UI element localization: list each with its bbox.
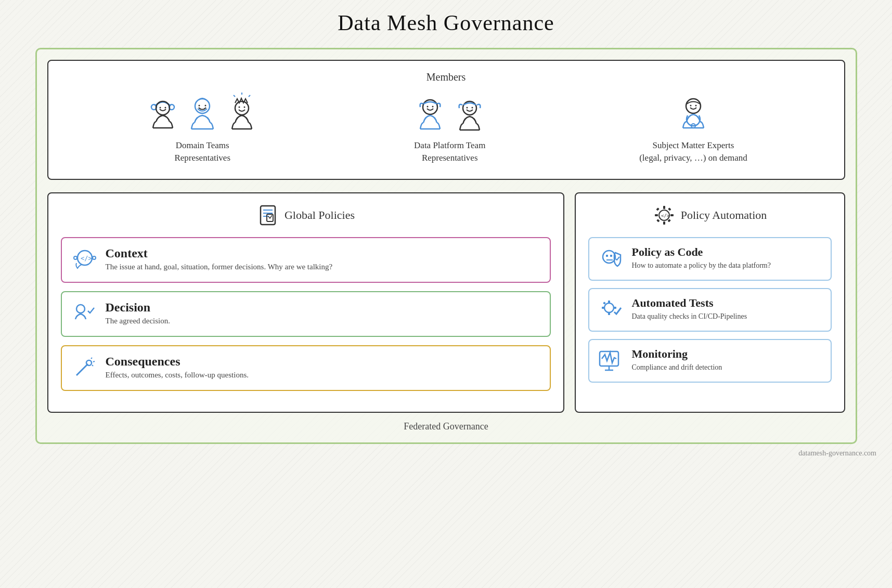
svg-point-15 [244,107,245,108]
svg-point-2 [156,101,170,115]
svg-rect-49 [655,214,658,216]
svg-point-25 [686,99,701,113]
svg-rect-62 [602,307,604,309]
svg-point-39 [76,305,85,313]
svg-point-3 [160,107,161,109]
members-label: Members [69,71,823,83]
monitoring-title: Monitoring [632,347,722,361]
global-policies-box: Global Policies </> Context The issue at… [47,192,564,413]
decision-icon [71,300,98,328]
context-card-content: Context The issue at hand, goal, situati… [106,246,333,271]
automated-tests-card: Automated Tests Data quality checks in C… [588,288,832,332]
automated-tests-title: Automated Tests [632,296,747,310]
domain-team-icons [145,92,260,133]
policy-as-code-content: Policy as Code How to automate a policy … [632,245,771,271]
bottom-section: Global Policies </> Context The issue at… [47,192,845,413]
person-icon-spiky [224,92,260,133]
svg-point-41 [86,360,92,365]
member-group-platform: Data Platform Team Representatives [412,92,488,164]
svg-rect-51 [656,207,659,211]
policy-automation-title: Policy Automation [681,208,767,222]
global-policies-icon [256,204,279,227]
svg-line-40 [76,364,88,375]
policy-as-code-icon [598,245,625,272]
platform-team-label: Data Platform Team Representatives [414,139,485,164]
automated-tests-icon [598,296,625,323]
svg-rect-52 [667,219,670,222]
svg-rect-61 [608,312,610,315]
svg-text:</>: </> [81,255,92,262]
page-title: Data Mesh Governance [338,10,554,35]
monitoring-desc: Compliance and drift detection [632,362,722,373]
svg-line-43 [93,361,95,362]
svg-rect-57 [610,255,612,257]
platform-team-icons [412,92,488,133]
policy-automation-box: </> Policy Automation [575,192,845,413]
outer-frame: Members [35,48,857,444]
person-icon-pigtails1 [412,92,448,133]
svg-point-38 [93,256,96,259]
federated-governance-label: Federated Governance [47,421,845,432]
svg-rect-47 [663,206,665,209]
svg-rect-60 [608,300,610,303]
svg-rect-53 [668,207,671,211]
global-policies-title: Global Policies [285,208,355,222]
svg-text:</>: </> [661,213,670,218]
context-icon: </> [71,246,98,273]
automated-tests-content: Automated Tests Data quality checks in C… [632,296,747,322]
sme-icons [675,92,712,133]
person-icon-pigtails2 [451,92,488,133]
svg-line-11 [249,95,250,97]
svg-point-27 [695,105,696,107]
consequences-title: Consequences [106,355,249,369]
decision-desc: The agreed decision. [106,317,171,325]
members-row: Domain Teams Representatives [69,92,823,164]
svg-point-23 [471,107,473,109]
sme-label: Subject Matter Experts (legal, privacy, … [639,139,747,164]
svg-point-4 [165,107,166,109]
monitoring-content: Monitoring Compliance and drift detectio… [632,347,722,373]
policy-automation-header: </> Policy Automation [588,204,832,227]
consequences-card: Consequences Effects, outcomes, costs, f… [61,345,551,391]
svg-point-26 [690,105,691,107]
svg-point-37 [74,256,77,259]
policy-as-code-card: Policy as Code How to automate a policy … [588,237,832,281]
global-policies-header: Global Policies [61,204,551,227]
monitoring-icon [598,347,625,374]
decision-title: Decision [106,300,171,315]
svg-point-59 [604,303,614,312]
svg-rect-50 [670,214,674,216]
svg-point-18 [426,106,428,108]
policy-automation-icon: </> [653,204,676,227]
context-title: Context [106,246,333,260]
member-group-domain: Domain Teams Representatives [145,92,260,164]
svg-point-55 [603,251,615,263]
svg-point-19 [432,106,433,108]
svg-rect-48 [663,221,665,225]
svg-rect-56 [606,255,608,257]
svg-point-8 [205,105,206,107]
svg-rect-63 [614,307,616,309]
consequences-card-content: Consequences Effects, outcomes, costs, f… [106,355,249,380]
svg-point-14 [239,107,240,108]
footer-url: datamesh-governance.com [10,449,882,458]
context-desc: The issue at hand, goal, situation, form… [106,263,333,271]
svg-rect-54 [656,219,660,222]
svg-line-12 [234,95,235,97]
members-box: Members [47,60,845,180]
svg-line-44 [92,365,93,366]
monitoring-card: Monitoring Compliance and drift detectio… [588,339,832,383]
policy-as-code-title: Policy as Code [632,245,771,259]
decision-card-content: Decision The agreed decision. [106,300,171,325]
svg-point-13 [235,101,249,115]
svg-point-7 [199,105,200,107]
consequences-icon [71,355,98,382]
person-icon-main [184,92,221,133]
automated-tests-desc: Data quality checks in CI/CD-Pipelines [632,311,747,322]
consequences-desc: Effects, outcomes, costs, follow-up ques… [106,371,249,380]
policy-as-code-desc: How to automate a policy by the data pla… [632,260,771,271]
person-icon-sme [675,92,712,133]
decision-card: Decision The agreed decision. [61,291,551,337]
member-group-sme: Subject Matter Experts (legal, privacy, … [639,92,747,164]
svg-point-22 [466,107,468,109]
